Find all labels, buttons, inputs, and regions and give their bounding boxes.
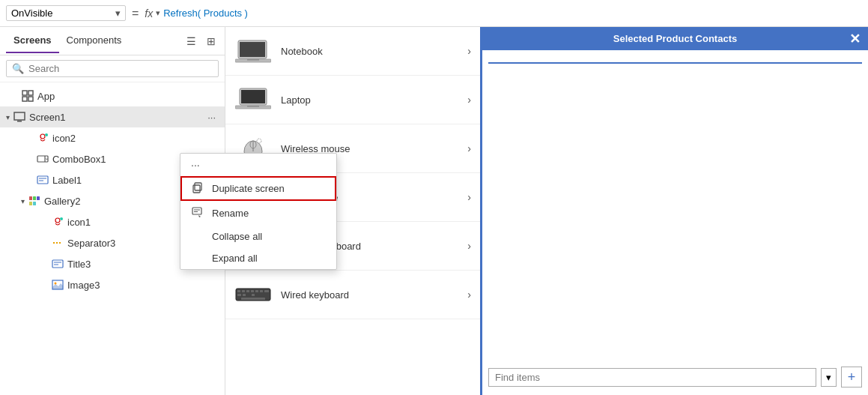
tree-item-icon2[interactable]: + icon2 (0, 127, 225, 148)
svg-text:+: + (45, 134, 46, 137)
rename-label: Rename (212, 208, 249, 219)
tree-item-screen1[interactable]: ▾ Screen1 ··· (0, 106, 225, 127)
find-items-dropdown[interactable]: ▾ (821, 368, 837, 387)
add-button[interactable]: + (841, 367, 862, 388)
svg-rect-3 (28, 97, 33, 101)
onvisible-dropdown[interactable]: OnVisible ▾ (6, 5, 126, 21)
fx-label: fx (145, 7, 153, 19)
right-panel-title: Selected Product Contacts (613, 33, 737, 44)
gallery2-chevron: ▾ (21, 197, 25, 205)
svg-point-44 (257, 139, 261, 143)
search-input[interactable] (28, 63, 213, 74)
svg-rect-23 (52, 260, 63, 268)
rename-icon (191, 206, 204, 220)
tab-icons: ☰ ⊞ (183, 34, 219, 49)
svg-rect-1 (28, 91, 33, 95)
dropdown-label: OnVisible (11, 7, 52, 19)
laptop-chevron: › (467, 94, 471, 106)
notebook-name: Notebook (281, 46, 458, 57)
notebook-chevron: › (467, 45, 471, 57)
gallery2-icon (28, 196, 41, 206)
svg-rect-67 (246, 290, 249, 292)
title3-icon (51, 259, 64, 269)
svg-rect-5 (17, 121, 22, 122)
svg-rect-17 (29, 202, 32, 205)
icon1-icon: + (51, 216, 64, 228)
svg-rect-30 (192, 208, 201, 214)
combobox1-icon (36, 154, 49, 163)
equals-sign: = (132, 7, 139, 20)
laptop-name: Laptop (281, 94, 458, 106)
top-bar: OnVisible ▾ = fx ▾ Refresh( Products ) (0, 0, 868, 27)
context-menu: ··· Duplicate screen Rename Collapse all (180, 153, 337, 270)
svg-rect-36 (247, 59, 259, 61)
icon2-icon: + (36, 132, 49, 144)
wireless-mouse-chevron: › (467, 142, 471, 154)
svg-rect-71 (264, 290, 269, 292)
context-menu-collapse-all[interactable]: Collapse all (180, 226, 336, 247)
context-menu-duplicate[interactable]: Duplicate screen (180, 176, 336, 201)
laptop-img (234, 85, 272, 115)
context-menu-expand-all[interactable]: Expand all (180, 247, 336, 269)
svg-rect-66 (242, 290, 245, 292)
context-menu-rename[interactable]: Rename (180, 201, 336, 226)
grid-view-icon[interactable]: ⊞ (204, 34, 219, 49)
image3-icon (51, 280, 64, 290)
screen1-more-btn[interactable]: ··· (204, 112, 219, 123)
app-label: App (37, 91, 219, 102)
expand-all-label: Expand all (212, 253, 258, 264)
duplicate-icon (191, 181, 204, 196)
svg-rect-2 (22, 97, 27, 101)
svg-rect-15 (33, 196, 36, 200)
formula-text: Refresh( Products ) (163, 7, 248, 19)
product-item-notebook[interactable]: Notebook › (225, 27, 480, 76)
dropdown-arrow-icon: ▾ (826, 372, 831, 383)
tree-item-app[interactable]: App (0, 85, 225, 106)
label1-icon (36, 175, 49, 185)
fx-chevron[interactable]: ▾ (156, 8, 160, 18)
tab-screens[interactable]: Screens (6, 28, 59, 53)
tree-item-image3[interactable]: Image3 (0, 274, 225, 295)
search-wrap: 🔍 (6, 60, 219, 77)
find-items-bar: ▾ + (488, 367, 862, 388)
right-panel-body: ▾ + (482, 50, 868, 395)
svg-rect-16 (37, 196, 40, 200)
svg-rect-40 (247, 106, 259, 107)
svg-rect-69 (255, 290, 258, 292)
search-container: 🔍 (0, 55, 225, 82)
list-view-icon[interactable]: ☰ (183, 34, 199, 49)
svg-rect-4 (14, 112, 25, 120)
collapse-all-label: Collapse all (212, 231, 262, 242)
svg-rect-18 (33, 202, 36, 205)
wired-mouse-chevron: › (467, 191, 471, 203)
screen1-label: Screen1 (29, 112, 201, 123)
svg-rect-11 (37, 176, 48, 184)
close-button[interactable]: ✕ (849, 31, 861, 47)
screen1-icon (13, 112, 26, 122)
image3-label: Image3 (67, 280, 219, 291)
tab-components[interactable]: Components (59, 28, 130, 53)
svg-rect-68 (251, 290, 254, 292)
product-item-wired-keyboard[interactable]: Wired keyboard › (225, 271, 480, 319)
wireless-keyboard-chevron: › (467, 240, 471, 252)
formula-bar: fx ▾ Refresh( Products ) (145, 7, 862, 19)
wired-keyboard-name: Wired keyboard (281, 289, 458, 301)
context-menu-more[interactable]: ··· (180, 154, 336, 176)
svg-rect-74 (252, 294, 255, 296)
icon2-label: icon2 (52, 133, 219, 144)
notebook-img (234, 36, 272, 66)
svg-point-19 (55, 218, 60, 223)
find-items-input[interactable] (488, 368, 816, 387)
search-icon: 🔍 (12, 63, 24, 74)
svg-rect-72 (237, 294, 241, 296)
right-panel: Selected Product Contacts ✕ ▾ + (480, 27, 868, 395)
svg-rect-38 (241, 90, 265, 103)
svg-rect-14 (29, 196, 32, 200)
separator3-icon (51, 238, 64, 248)
svg-point-6 (40, 134, 45, 139)
svg-rect-70 (260, 290, 263, 292)
product-item-laptop[interactable]: Laptop › (225, 76, 480, 124)
svg-rect-65 (237, 290, 240, 292)
tabs-bar: Screens Components ☰ ⊞ (0, 27, 225, 55)
app-icon (21, 90, 34, 102)
